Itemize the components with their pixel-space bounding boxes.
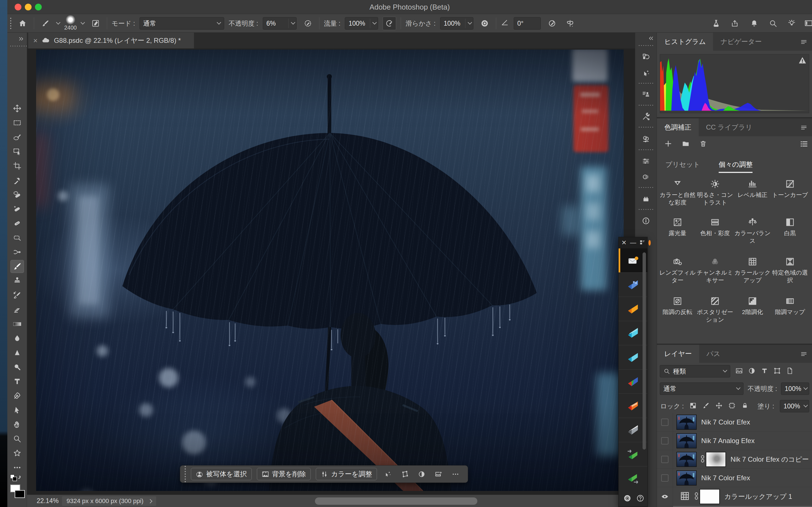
channels-panel-icon[interactable]	[640, 171, 652, 183]
adjustment-list-view-icon[interactable]	[800, 140, 808, 149]
lock-pixels-icon[interactable]	[702, 402, 710, 410]
share-icon[interactable]	[728, 17, 742, 30]
adjustment-channel-mixer[interactable]: チャンネルミキサー	[697, 257, 733, 284]
smoothing-select[interactable]: 100%	[440, 17, 473, 30]
generative-ai-panel-icon[interactable]	[640, 67, 652, 79]
eyedropper-tool[interactable]	[10, 174, 24, 187]
close-document-icon[interactable]: ×	[33, 36, 38, 45]
plugin-close-icon[interactable]: ✕	[621, 239, 626, 246]
layer-row[interactable]: Nik 7 Color Efex のコピー	[657, 450, 812, 469]
hidden-eye-well[interactable]	[661, 456, 668, 463]
layer-mask-thumbnail[interactable]	[700, 489, 720, 504]
adjustment-black-white[interactable]: 白黒	[772, 217, 808, 237]
visibility-toggle[interactable]	[657, 413, 673, 432]
hidden-eye-well[interactable]	[661, 418, 668, 426]
brush-preset-chevron[interactable]	[81, 20, 85, 25]
canvas-area[interactable]	[27, 48, 635, 495]
taskbar-grip[interactable]	[185, 466, 186, 482]
more-options-ellipsis[interactable]	[450, 468, 462, 480]
eraser-tool[interactable]	[10, 303, 24, 316]
eye-icon[interactable]	[661, 492, 669, 501]
tab-paths[interactable]: パス	[699, 345, 728, 363]
document-tab[interactable]: × G88.psdc @ 22.1% (レイヤー 2, RGB/8) *	[28, 33, 194, 48]
adjustment-photo-filter[interactable]: レンズフィルター	[659, 257, 696, 284]
plugins-panel-icon[interactable]	[640, 193, 652, 205]
dock-grip[interactable]	[639, 187, 653, 188]
dock-grip[interactable]	[639, 83, 653, 83]
tab-layers[interactable]: レイヤー	[657, 345, 699, 363]
lock-all-icon[interactable]	[741, 402, 749, 410]
layer-row[interactable]: Nik 7 Analog Efex	[657, 432, 812, 450]
visibility-toggle[interactable]	[657, 506, 673, 507]
layer-name[interactable]: Nik 7 Color Efex のコピー	[730, 455, 809, 464]
smoothing-options-gear-icon[interactable]	[478, 17, 492, 30]
plugin-help-icon[interactable]	[636, 494, 645, 504]
adjustment-hue-saturation[interactable]: 色相・彩度	[697, 217, 733, 237]
layer-name[interactable]: Nik 7 Analog Efex	[701, 437, 755, 445]
lock-position-icon[interactable]	[715, 402, 723, 410]
workspace-switcher-icon[interactable]	[802, 17, 812, 30]
spot-healing-brush-tool[interactable]	[10, 203, 24, 216]
adjustments-menu-icon[interactable]	[800, 124, 808, 132]
plugin-layout-icon[interactable]	[640, 239, 645, 246]
patch-tool[interactable]	[10, 231, 24, 244]
adjustment-exposure[interactable]: 露光量	[659, 217, 696, 237]
tab-adjustments[interactable]: 色調補正	[657, 118, 699, 136]
rectangular-marquee-tool[interactable]	[10, 116, 24, 129]
remove-tool[interactable]	[10, 217, 24, 230]
airbrush-toggle[interactable]	[383, 17, 396, 30]
lock-artboard-icon[interactable]	[728, 402, 735, 410]
adjustment-invert[interactable]: 階調の反転	[659, 296, 696, 316]
brush-tool-icon[interactable]	[39, 17, 52, 30]
layer-row[interactable]: カラールックアップ 1	[657, 487, 812, 506]
discover-lightbulb-icon[interactable]	[785, 17, 799, 30]
blend-mode-select[interactable]: 通常	[660, 383, 744, 395]
filter-adjustment-layers-icon[interactable]	[748, 367, 756, 376]
doc-info-chevron[interactable]	[148, 499, 152, 503]
layer-row[interactable]: Nik 7 Color Efex	[657, 413, 812, 432]
layer-mask-thumbnail[interactable]	[706, 452, 726, 467]
adjustment-brightness-contrast[interactable]: 明るさ・コントラスト	[697, 179, 733, 206]
edit-toolbar-ellipsis[interactable]	[10, 461, 24, 474]
healing-brush-tool[interactable]	[10, 188, 24, 201]
adjustment-color-balance[interactable]: カラーバランス	[734, 217, 771, 244]
filter-type-layers-icon[interactable]	[761, 367, 768, 376]
plugin-panel-scrollbar[interactable]	[643, 252, 646, 450]
hidden-eye-well[interactable]	[661, 474, 668, 482]
opacity-select[interactable]: 6%	[263, 17, 297, 30]
zoom-tool[interactable]	[10, 432, 24, 445]
selection-brush-tool[interactable]	[10, 131, 24, 144]
mode-select[interactable]: 通常	[140, 17, 224, 30]
select-subject-button[interactable]: 被写体を選択	[191, 468, 252, 480]
adjustment-levels[interactable]: レベル補正	[734, 179, 771, 199]
visibility-toggle[interactable]	[657, 469, 673, 487]
add-image-icon[interactable]	[433, 468, 445, 480]
shape-star-tool[interactable]	[10, 447, 24, 460]
notifications-bell-icon[interactable]	[748, 17, 761, 30]
history-brush-tool[interactable]	[10, 289, 24, 302]
adjustment-curves[interactable]: トーンカーブ	[772, 179, 808, 199]
beta-flask-icon[interactable]	[709, 17, 723, 30]
histogram-menu-icon[interactable]	[800, 38, 808, 47]
visibility-toggle[interactable]	[657, 450, 673, 469]
type-tool[interactable]	[10, 375, 24, 388]
color-panel-icon[interactable]	[640, 133, 652, 145]
adjustment-gradient-map[interactable]: 階調マップ	[772, 296, 808, 316]
plugin-sharpener-output-icon[interactable]	[619, 466, 647, 491]
content-aware-move-tool[interactable]	[10, 245, 24, 259]
symmetry-butterfly-icon[interactable]	[563, 17, 577, 30]
dock-grip[interactable]	[639, 45, 653, 46]
layer-row[interactable]: Nik 7 Color Efex	[657, 469, 812, 487]
search-icon[interactable]	[766, 17, 780, 30]
layers-menu-icon[interactable]	[800, 350, 808, 359]
brush-tool[interactable]	[10, 260, 24, 273]
transform-icon[interactable]	[399, 468, 411, 480]
adjustment-half-circle-icon[interactable]	[416, 468, 428, 480]
angle-input[interactable]: 0°	[514, 17, 541, 30]
layer-thumbnail[interactable]	[676, 452, 697, 467]
document-canvas[interactable]	[36, 50, 624, 491]
document-info[interactable]: 9324 px x 6000 px (300 ppi)	[62, 496, 156, 506]
toggle-brush-settings-icon[interactable]	[89, 17, 102, 30]
layer-mask-link-icon[interactable]	[700, 455, 706, 464]
layer-name[interactable]: Nik 7 Color Efex	[701, 474, 750, 482]
